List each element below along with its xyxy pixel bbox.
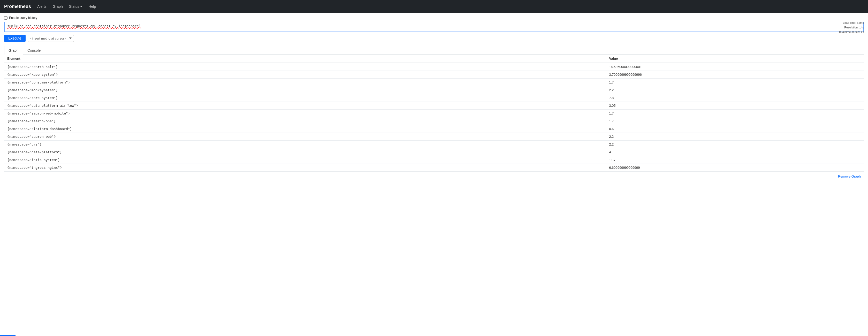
element-column-header: Element xyxy=(4,55,606,63)
element-cell: {namespace="data-platform"} xyxy=(4,148,606,156)
value-cell: 2.2 xyxy=(606,141,864,148)
total-series-stat: Total time series: 14 xyxy=(839,30,864,34)
element-cell: {namespace="search-solr"} xyxy=(4,63,606,71)
element-cell: {namespace="data-platform-airflow"} xyxy=(4,102,606,110)
query-input[interactable]: sum(kube_pod_container_resource_requests… xyxy=(4,22,864,32)
value-column-header: Value xyxy=(606,55,864,63)
element-cell: {namespace="platform-dashboard"} xyxy=(4,125,606,133)
element-cell: {namespace="monkeynetes"} xyxy=(4,86,606,94)
table-row: {namespace="sauron-web-mobile"}1.7 xyxy=(4,110,864,117)
value-cell: 11.7 xyxy=(606,156,864,164)
table-row: {namespace="kube-system"}3.7009999999999… xyxy=(4,71,864,79)
results-table: Element Value {namespace="search-solr"}1… xyxy=(4,55,864,172)
table-row: {namespace="sauron-web"}2.2 xyxy=(4,133,864,141)
value-cell: 14.536000000000001 xyxy=(606,63,864,71)
table-row: {namespace="search-solr"}14.536000000000… xyxy=(4,63,864,71)
table-header: Element Value xyxy=(4,55,864,63)
element-cell: {namespace="urs"} xyxy=(4,141,606,148)
remove-graph-row: Remove Graph xyxy=(4,172,864,181)
table-row: {namespace="consumer-platform"}1.7 xyxy=(4,79,864,86)
element-cell: {namespace="sauron-web-mobile"} xyxy=(4,110,606,117)
table-row: {namespace="data-platform"}4 xyxy=(4,148,864,156)
table-row: {namespace="ingress-nginx"}6.60999999999… xyxy=(4,164,864,172)
value-cell: 6.609999999999999 xyxy=(606,164,864,172)
graph-link[interactable]: Graph xyxy=(53,3,63,9)
value-cell: 2.2 xyxy=(606,133,864,141)
value-cell: 3.05 xyxy=(606,102,864,110)
load-time-stat: Load time: 65ms xyxy=(839,21,864,25)
element-cell: {namespace="sauron-web"} xyxy=(4,133,606,141)
query-history-label[interactable]: Enable query history xyxy=(9,16,37,20)
help-link[interactable]: Help xyxy=(88,3,96,9)
console-tab[interactable]: Console xyxy=(23,46,45,55)
element-cell: {namespace="ingress-nginx"} xyxy=(4,164,606,172)
table-row: {namespace="search-one"}1.7 xyxy=(4,117,864,125)
metric-at-cursor-select[interactable]: - insert metric at cursor - xyxy=(28,35,74,42)
main-content: Enable query history sum(kube_pod_contai… xyxy=(0,13,868,184)
status-caret-icon xyxy=(80,6,82,7)
resolution-stat: Resolution: 14s xyxy=(839,25,864,30)
status-dropdown-label: Status xyxy=(69,4,80,8)
table-row: {namespace="monkeynetes"}2.2 xyxy=(4,86,864,94)
execute-button[interactable]: Execute xyxy=(4,35,26,42)
remove-graph-link[interactable]: Remove Graph xyxy=(838,175,861,178)
graph-tab[interactable]: Graph xyxy=(4,46,23,55)
table-row: {namespace="urs"}2.2 xyxy=(4,141,864,148)
value-cell: 1.7 xyxy=(606,79,864,86)
tabs-row: Graph Console xyxy=(4,46,864,55)
element-cell: {namespace="core-system"} xyxy=(4,94,606,102)
value-cell: 1.7 xyxy=(606,110,864,117)
stats-box: Load time: 65ms Resolution: 14s Total ti… xyxy=(839,21,864,34)
value-cell: 0.6 xyxy=(606,125,864,133)
table-row: {namespace="istio-system"}11.7 xyxy=(4,156,864,164)
execute-row: Execute - insert metric at cursor - xyxy=(4,35,864,42)
brand-logo[interactable]: Prometheus xyxy=(4,4,31,9)
value-cell: 1.7 xyxy=(606,117,864,125)
status-dropdown[interactable]: Status xyxy=(69,4,83,8)
table-body: {namespace="search-solr"}14.536000000000… xyxy=(4,63,864,172)
table-row: {namespace="data-platform-airflow"}3.05 xyxy=(4,102,864,110)
query-history-checkbox[interactable] xyxy=(4,16,7,20)
element-cell: {namespace="search-one"} xyxy=(4,117,606,125)
element-cell: {namespace="consumer-platform"} xyxy=(4,79,606,86)
query-row: sum(kube_pod_container_resource_requests… xyxy=(4,22,864,32)
value-cell: 2.2 xyxy=(606,86,864,94)
value-cell: 4 xyxy=(606,148,864,156)
element-cell: {namespace="kube-system"} xyxy=(4,71,606,79)
table-row: {namespace="platform-dashboard"}0.6 xyxy=(4,125,864,133)
value-cell: 3.7009999999999996 xyxy=(606,71,864,79)
element-cell: {namespace="istio-system"} xyxy=(4,156,606,164)
table-row: {namespace="core-system"}7.8 xyxy=(4,94,864,102)
value-cell: 7.8 xyxy=(606,94,864,102)
query-history-row: Enable query history xyxy=(4,16,864,20)
navbar: Prometheus Alerts Graph Status Help xyxy=(0,0,868,13)
alerts-link[interactable]: Alerts xyxy=(37,3,46,9)
